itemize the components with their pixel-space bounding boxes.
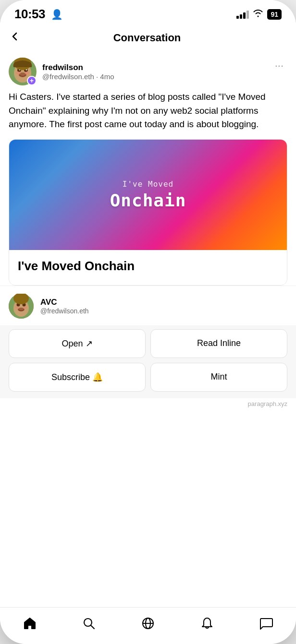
user-status-icon: 👤 — [51, 9, 63, 20]
globe-icon — [141, 616, 155, 631]
action-buttons: Open ↗ Read Inline Subscribe 🔔 Mint — [0, 325, 296, 398]
more-options-button[interactable]: ··· — [271, 58, 287, 74]
post-header: + fredwilson @fredwilson.eth · 4mo ··· — [9, 58, 287, 85]
svg-point-7 — [16, 72, 21, 74]
post-area: + fredwilson @fredwilson.eth · 4mo ··· H… — [0, 52, 296, 286]
svg-point-15 — [15, 306, 19, 309]
wifi-icon — [253, 9, 263, 20]
nav-globe[interactable] — [133, 614, 163, 632]
page-title: Conversation — [26, 32, 268, 44]
back-button[interactable] — [10, 30, 26, 45]
open-button[interactable]: Open ↗ — [9, 329, 146, 358]
status-bar: 10:53 👤 91 — [0, 0, 296, 25]
avc-handle: @fredwilson.eth — [40, 307, 89, 315]
status-icons: 91 — [236, 9, 282, 20]
signal-icon — [236, 10, 249, 19]
avatar-wrap: + — [9, 58, 37, 85]
blog-info: I've Moved Onchain — [9, 250, 287, 285]
attribution: paragraph.xyz — [0, 398, 296, 412]
user-handle: @fredwilson.eth — [42, 72, 94, 81]
chat-icon — [259, 616, 273, 631]
post-time: 4mo — [100, 72, 114, 81]
svg-point-8 — [25, 72, 29, 74]
blog-cover: I've Moved Onchain — [9, 140, 287, 250]
bell-icon — [200, 616, 214, 631]
nav-home[interactable] — [15, 614, 45, 632]
subscribe-button[interactable]: Subscribe 🔔 — [9, 363, 146, 392]
mint-button[interactable]: Mint — [150, 363, 287, 392]
home-icon — [23, 616, 37, 631]
avc-info: AVC @fredwilson.eth — [40, 298, 89, 315]
blog-cover-subtitle: I've Moved — [123, 179, 173, 189]
blog-cover-title: Onchain — [110, 191, 186, 210]
blog-card: I've Moved Onchain I've Moved Onchain — [9, 139, 287, 286]
nav-header: Conversation — [0, 25, 296, 52]
nav-search[interactable] — [74, 614, 104, 632]
post-user: + fredwilson @fredwilson.eth · 4mo — [9, 58, 114, 85]
avc-avatar — [9, 294, 34, 319]
search-icon — [82, 616, 96, 631]
status-time: 10:53 — [14, 7, 45, 22]
avc-name: AVC — [40, 298, 89, 307]
avatar-badge: + — [27, 76, 37, 85]
avc-section: AVC @fredwilson.eth — [0, 286, 296, 325]
nav-chat[interactable] — [251, 614, 281, 632]
post-body: Hi Casters. I've started a series of blo… — [9, 90, 287, 131]
blog-title: I've Moved Onchain — [18, 259, 278, 274]
username: fredwilson — [42, 63, 114, 72]
battery-icon: 91 — [267, 9, 282, 20]
read-inline-button[interactable]: Read Inline — [150, 329, 287, 358]
user-info: fredwilson @fredwilson.eth · 4mo — [42, 63, 114, 81]
handle-time: @fredwilson.eth · 4mo — [42, 72, 114, 81]
content-area: + fredwilson @fredwilson.eth · 4mo ··· H… — [0, 52, 296, 607]
bottom-nav — [0, 607, 296, 644]
svg-point-16 — [23, 306, 27, 309]
nav-bell[interactable] — [192, 614, 222, 632]
phone-frame: 10:53 👤 91 Conversati — [0, 0, 296, 644]
